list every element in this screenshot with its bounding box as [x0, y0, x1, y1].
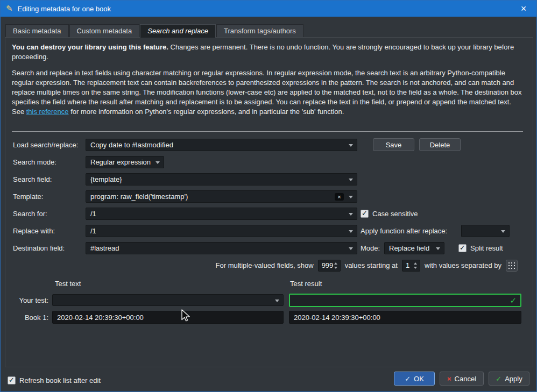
case-sensitive-checkbox-group[interactable]: Case sensitive [361, 208, 418, 220]
apply-button[interactable]: ✓ Apply [489, 372, 529, 386]
reference-link[interactable]: this reference [26, 108, 69, 116]
book1-test-text-value: 2020-02-14 20:39:30+00:00 [57, 313, 144, 322]
ok-button-label: OK [414, 375, 424, 383]
separator [12, 131, 523, 132]
save-button[interactable]: Save [373, 138, 414, 151]
your-test-result-field: ✓ [289, 294, 521, 307]
load-search-replace-combo[interactable]: Copy date to #lastmodified [86, 139, 357, 151]
case-sensitive-checkbox[interactable] [361, 210, 369, 218]
book1-test-result-value: 2020-02-14 20:39:30+00:00 [294, 313, 380, 322]
separator-grid-icon[interactable] [506, 260, 518, 272]
save-button-label: Save [386, 141, 402, 149]
ok-check-icon: ✓ [405, 375, 411, 383]
window-title: Editing metadata for one book [18, 5, 111, 13]
apply-function-combo[interactable] [461, 225, 510, 237]
multi-show-label: For multiple-valued fields, show [216, 261, 314, 269]
destination-field-label: Destination field: [13, 242, 65, 254]
titlebar[interactable]: ✎ Editing metadata for one book × [1, 1, 536, 17]
edit-metadata-dialog: ✎ Editing metadata for one book × Basic … [0, 0, 537, 392]
split-result-label: Split result [470, 244, 503, 252]
refresh-book-list-checkbox[interactable] [8, 376, 16, 384]
search-field-label: Search field: [13, 173, 52, 186]
test-result-header: Test result [290, 280, 322, 288]
separated-by-label: with values separated by [425, 261, 501, 269]
replace-with-value: /1 [90, 227, 96, 235]
multi-show-value: 999 [322, 261, 334, 269]
search-mode-label: Search mode: [13, 156, 56, 168]
book1-test-result-field: 2020-02-14 20:39:30+00:00 [289, 311, 521, 324]
cancel-x-icon: × [447, 375, 451, 383]
description-after-link: for more information on Python's regular… [69, 108, 344, 116]
replace-with-label: Replace with: [13, 225, 55, 237]
destination-field-combo[interactable]: #lastread [86, 242, 357, 254]
multiple-values-row: For multiple-valued fields, show 999 val… [216, 259, 518, 272]
mode-value: Replace field [389, 244, 429, 252]
dialog-button-row: ✓ OK × Cancel ✓ Apply [394, 372, 529, 386]
split-result-checkbox-group[interactable]: Split result [458, 242, 503, 254]
tab-transform-tags-authors[interactable]: Transform tags/authors [216, 24, 303, 37]
book1-test-text-input[interactable]: 2020-02-14 20:39:30+00:00 [52, 311, 284, 324]
test-text-header: Test text [55, 280, 81, 288]
destination-field-value: #lastread [90, 244, 119, 252]
destroy-warning-bold: You can destroy your library using this … [12, 43, 168, 51]
apply-button-label: Apply [505, 375, 522, 383]
search-for-label: Search for: [13, 208, 47, 220]
tab-custom-metadata[interactable]: Custom metadata [69, 24, 140, 37]
template-value: program: raw_field('timestamp') [90, 193, 188, 201]
mode-combo[interactable]: Replace field [384, 242, 444, 254]
replace-with-combo[interactable]: /1 [86, 225, 357, 237]
delete-button-label: Delete [430, 141, 450, 149]
cancel-button[interactable]: × Cancel [440, 372, 484, 386]
load-search-replace-value: Copy date to #lastmodified [90, 141, 173, 149]
apply-function-label: Apply function after replace: [361, 225, 447, 237]
load-search-replace-label: Load search/replace: [13, 139, 78, 151]
mode-label: Mode: [361, 242, 380, 254]
your-test-label: Your test: [10, 296, 48, 304]
search-for-combo[interactable]: /1 [86, 208, 357, 220]
search-replace-pane: You can destroy your library using this … [5, 37, 533, 367]
search-mode-combo[interactable]: Regular expression [86, 156, 164, 168]
ok-button[interactable]: ✓ OK [394, 372, 435, 386]
apply-check-icon: ✓ [496, 375, 501, 383]
delete-button[interactable]: Delete [419, 138, 461, 151]
clear-text-icon[interactable] [335, 193, 344, 201]
tab-bar: Basic metadata Custom metadata Search an… [5, 24, 304, 38]
edit-metadata-icon: ✎ [6, 4, 13, 13]
tab-basic-metadata[interactable]: Basic metadata [5, 24, 69, 37]
search-field-combo[interactable]: {template} [86, 173, 357, 186]
destroy-warning-text: You can destroy your library using this … [12, 42, 524, 62]
close-icon[interactable]: × [516, 4, 531, 13]
refresh-book-list-checkbox-group[interactable]: Refresh book list after edit [8, 374, 101, 387]
test-pass-check-icon: ✓ [510, 296, 517, 305]
template-input[interactable]: program: raw_field('timestamp') [86, 190, 357, 203]
mouse-cursor [180, 309, 192, 323]
cancel-button-label: Cancel [455, 375, 476, 383]
starting-at-value: 1 [406, 261, 409, 269]
starting-at-spinbox[interactable]: 1 [402, 260, 420, 272]
tab-search-and-replace[interactable]: Search and replace [140, 24, 216, 38]
case-sensitive-label: Case sensitive [372, 210, 418, 218]
search-for-value: /1 [90, 210, 96, 218]
refresh-book-list-label: Refresh book list after edit [19, 376, 101, 384]
split-result-checkbox[interactable] [458, 244, 467, 252]
feature-description-text: Search and replace in text fields using … [12, 68, 524, 117]
search-field-value: {template} [90, 175, 122, 183]
your-test-combo[interactable] [52, 294, 284, 306]
multi-show-spinbox[interactable]: 999 [318, 260, 341, 272]
search-mode-value: Regular expression [90, 158, 151, 166]
template-label: Template: [13, 190, 43, 203]
starting-at-label: values starting at [345, 261, 398, 269]
book1-label: Book 1: [10, 313, 48, 322]
